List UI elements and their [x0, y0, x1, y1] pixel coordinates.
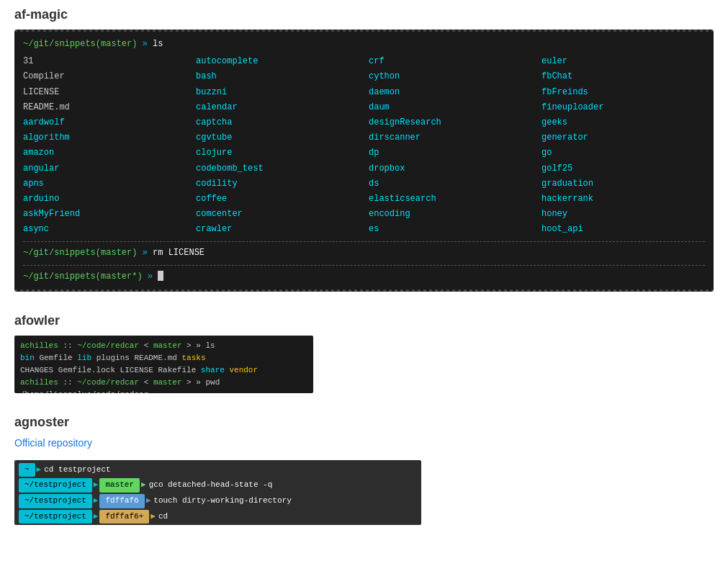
terminal-cmd-1: ls: [153, 39, 163, 49]
ls-item: LICENSE: [23, 85, 196, 100]
agnoster-arrow-1: ▶: [37, 464, 42, 477]
agnoster-arrow-2b: ▶: [141, 479, 146, 492]
afowler-line-2: bin Gemfile lib plugins README.md tasks: [20, 352, 307, 364]
terminal-separator-bottom: [14, 289, 714, 292]
ls-item: graduation: [541, 176, 705, 192]
terminal-branch-1: (master): [96, 39, 138, 49]
agnoster-arrow-3b: ▶: [146, 495, 151, 508]
ls-item: golf25: [541, 161, 705, 176]
page-container: af-magic ~/git/snippets(master) » ls 31 …: [14, 7, 714, 525]
terminal-af-magic: ~/git/snippets(master) » ls 31 Compiler …: [14, 30, 714, 292]
ls-item: cython: [369, 69, 541, 84]
ls-item: euler: [541, 54, 705, 69]
terminal-cursor: [158, 271, 163, 281]
terminal-dashed-sep: [23, 241, 705, 242]
ls-item: dirscanner: [369, 130, 541, 145]
terminal-ls-grid: 31 Compiler LICENSE README.md aardwolf a…: [23, 54, 705, 237]
ls-item: crawler: [196, 222, 369, 237]
ls-item: bash: [196, 69, 369, 84]
section-af-magic: af-magic ~/git/snippets(master) » ls 31 …: [14, 7, 714, 292]
ls-item: apns: [23, 176, 196, 192]
agnoster-seg-green-2: master: [99, 478, 140, 493]
ls-item: es: [369, 222, 541, 237]
agnoster-seg-teal-4: ~/testproject: [19, 510, 92, 524]
section-afowler: afowler achilles :: ~/code/redcar < mast…: [14, 313, 714, 393]
agnoster-line-1: ~ ▶ cd testproject: [19, 463, 417, 477]
afowler-line-5: /home/linopolus/code/redcar: [20, 389, 307, 393]
agnoster-arrow-4a: ▶: [94, 511, 99, 524]
ls-item: async: [23, 222, 196, 237]
ls-item: hackerrank: [541, 192, 705, 207]
terminal-branch-2: (master): [96, 248, 138, 258]
section-agnoster: agnoster Official repository ~ ▶ cd test…: [14, 415, 714, 525]
ls-col-2: autocomplete bash buzzni calendar captch…: [196, 54, 369, 237]
ls-item: captcha: [196, 115, 369, 130]
ls-item: daum: [369, 100, 541, 115]
official-repository-link[interactable]: Official repository: [14, 437, 92, 449]
agnoster-cmd-4: cd: [158, 511, 168, 524]
ls-item: codebomb_test: [196, 161, 369, 176]
terminal-content-af-magic: ~/git/snippets(master) » ls 31 Compiler …: [14, 32, 714, 289]
ls-item: arduino: [23, 192, 196, 207]
ls-item: algorithm: [23, 130, 196, 145]
agnoster-seg-teal-2: ~/testproject: [19, 478, 92, 493]
agnoster-seg-blue-3: fdffaf6: [99, 494, 144, 508]
ls-item: elasticsearch: [369, 192, 541, 207]
ls-item: daemon: [369, 85, 541, 100]
ls-item: codility: [196, 176, 369, 192]
ls-item: go: [541, 145, 705, 161]
terminal-dashed-sep2: [23, 265, 705, 266]
ls-item: crf: [369, 54, 541, 69]
terminal-arrow-3: »: [148, 271, 158, 282]
afowler-line-3: CHANGES Gemfile.lock LICENSE Rakefile sh…: [20, 364, 307, 377]
agnoster-line-2: ~/testproject ▶ master ▶ gco detached-he…: [19, 478, 417, 493]
terminal-branch-3: (master*): [96, 271, 143, 282]
ls-item: fineuploader: [541, 100, 705, 115]
ls-item: honey: [541, 207, 705, 222]
afowler-screenshot: achilles :: ~/code/redcar < master > » l…: [14, 336, 313, 393]
ls-item: designResearch: [369, 115, 541, 130]
terminal-path-1: ~/git/snippets: [23, 39, 96, 49]
ls-item: generator: [541, 130, 705, 145]
ls-item: dropbox: [369, 161, 541, 176]
terminal-prompt-2: ~/git/snippets(master) » rm LICENSE: [23, 246, 705, 260]
ls-item: cgvtube: [196, 130, 369, 145]
agnoster-screenshot: ~ ▶ cd testproject ~/testproject ▶ maste…: [14, 460, 421, 525]
afowler-line-1: achilles :: ~/code/redcar < master > » l…: [20, 340, 307, 352]
ls-item: encoding: [369, 207, 541, 222]
ls-item: amazon: [23, 145, 196, 161]
ls-item: geeks: [541, 115, 705, 130]
ls-item: askMyFriend: [23, 207, 196, 222]
ls-item: ds: [369, 176, 541, 192]
ls-col-1: 31 Compiler LICENSE README.md aardwolf a…: [23, 54, 196, 237]
section-title-agnoster: agnoster: [14, 415, 714, 430]
terminal-cmd-2: rm LICENSE: [153, 248, 205, 258]
section-title-afowler: afowler: [14, 313, 714, 328]
ls-item: hoot_api: [541, 222, 705, 237]
agnoster-line-3: ~/testproject ▶ fdffaf6 ▶ touch dirty-wo…: [19, 494, 417, 508]
ls-item: fbChat: [541, 69, 705, 84]
terminal-arrow-1: »: [143, 39, 153, 49]
ls-item: aardwolf: [23, 115, 196, 130]
ls-item: clojure: [196, 145, 369, 161]
ls-col-4: euler fbChat fbFreinds fineuploader geek…: [541, 54, 705, 237]
agnoster-arrow-4b: ▶: [150, 511, 156, 524]
terminal-arrow-2: »: [143, 248, 153, 258]
agnoster-line-4: ~/testproject ▶ fdffaf6+ ▶ cd: [19, 510, 417, 524]
terminal-path-2: ~/git/snippets: [23, 248, 96, 258]
terminal-prompt-3: ~/git/snippets(master*) »: [23, 270, 705, 284]
ls-item: fbFreinds: [541, 85, 705, 100]
agnoster-seg-teal-1: ~: [19, 463, 35, 477]
ls-col-3: crf cython daemon daum designResearch di…: [369, 54, 541, 237]
agnoster-cmd-3: touch dirty-working-directory: [153, 495, 291, 508]
ls-item: calendar: [196, 100, 369, 115]
ls-item: buzzni: [196, 85, 369, 100]
ls-item: dp: [369, 145, 541, 161]
afowler-line-4: achilles :: ~/code/redcar < master > » p…: [20, 377, 307, 389]
ls-item: autocomplete: [196, 54, 369, 69]
ls-item: angular: [23, 161, 196, 176]
agnoster-arrow-2a: ▶: [94, 479, 99, 492]
ls-item: Compiler: [23, 69, 196, 84]
ls-item: comcenter: [196, 207, 369, 222]
ls-item: coffee: [196, 192, 369, 207]
